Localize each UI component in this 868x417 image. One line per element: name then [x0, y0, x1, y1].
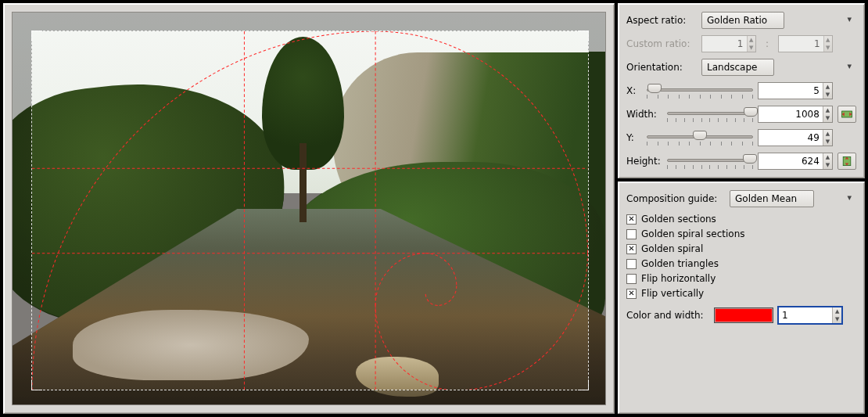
composition-panel: Composition guide: Golden Mean ✕ Golden … — [618, 182, 865, 414]
composition-guide-label: Composition guide: — [626, 193, 725, 204]
orientation-select[interactable]: Landscape — [701, 59, 774, 76]
flip-vertically-label: Flip vertically — [641, 288, 704, 299]
y-label: Y: — [626, 132, 642, 143]
aspect-ratio-label: Aspect ratio: — [626, 15, 697, 26]
custom-ratio-a: ▲▼ — [701, 35, 756, 52]
guide-color-button[interactable] — [714, 307, 773, 323]
width-label: Width: — [626, 109, 662, 120]
golden-sections-label: Golden sections — [641, 214, 716, 225]
image-preview-panel — [3, 3, 615, 414]
custom-ratio-b: ▲▼ — [778, 35, 833, 52]
flip-horizontally-label: Flip horizontally — [641, 273, 716, 284]
golden-sections-checkbox[interactable]: ✕ — [626, 214, 637, 225]
height-input[interactable]: ▲▼ — [758, 153, 833, 170]
geometry-panel: Aspect ratio: Golden Ratio Custom ratio:… — [618, 3, 865, 178]
flip-vertically-checkbox[interactable]: ✕ — [626, 289, 637, 299]
crop-handle-tr[interactable] — [578, 31, 589, 41]
x-label: X: — [626, 85, 642, 96]
max-height-button[interactable] — [838, 153, 856, 170]
max-width-button[interactable] — [838, 106, 856, 123]
color-and-width-label: Color and width: — [626, 310, 709, 321]
height-slider[interactable] — [667, 153, 753, 170]
expand-width-icon — [841, 109, 853, 120]
stepper-down-icon[interactable]: ▼ — [823, 91, 832, 99]
crop-rectangle[interactable] — [31, 31, 589, 391]
aspect-ratio-select[interactable]: Golden Ratio — [701, 12, 784, 29]
x-input[interactable]: ▲▼ — [758, 82, 833, 99]
golden-triangles-checkbox[interactable] — [626, 259, 637, 269]
crop-handle-bl[interactable] — [31, 379, 42, 390]
orientation-label: Orientation: — [626, 62, 697, 73]
crop-handle-tl[interactable] — [31, 31, 42, 41]
x-slider[interactable] — [647, 82, 753, 99]
crop-handle-br[interactable] — [578, 379, 589, 390]
expand-height-icon — [841, 156, 853, 167]
flip-horizontally-checkbox[interactable] — [626, 274, 637, 284]
golden-spiral-sections-checkbox[interactable] — [626, 229, 637, 239]
composition-guide-select[interactable]: Golden Mean — [730, 190, 814, 207]
y-input[interactable]: ▲▼ — [758, 129, 833, 146]
image-canvas[interactable] — [12, 12, 606, 405]
width-input[interactable]: ▲▼ — [758, 106, 833, 123]
guide-width-input[interactable]: ▲▼ — [778, 307, 842, 324]
width-slider[interactable] — [667, 106, 753, 123]
y-slider[interactable] — [647, 129, 753, 146]
stepper-up-icon[interactable]: ▲ — [823, 83, 832, 91]
ratio-colon: : — [761, 38, 773, 49]
golden-spiral-label: Golden spiral — [641, 243, 703, 254]
composition-guides-overlay — [32, 31, 588, 390]
golden-triangles-label: Golden triangles — [641, 258, 719, 269]
height-label: Height: — [626, 156, 662, 167]
golden-spiral-checkbox[interactable]: ✕ — [626, 244, 637, 254]
golden-spiral-sections-label: Golden spiral sections — [641, 228, 745, 239]
custom-ratio-label: Custom ratio: — [626, 38, 697, 49]
